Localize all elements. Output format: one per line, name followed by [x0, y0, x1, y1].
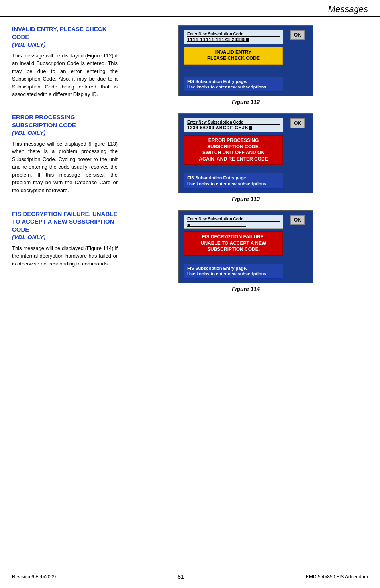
error-line4-113: AGAIN, AND RE-ENTER CODE	[188, 156, 278, 163]
fis-bar-114: FIS Subscription Entry page. Use knobs t…	[184, 264, 283, 279]
error-line1-114: FIS DECRYPTION FAILURE.	[188, 234, 278, 240]
fis-line2-113: Use knobs to enter new subscriptions.	[187, 181, 280, 187]
error-msg-112: INVALID ENTRY PLEASE CHECK CODE	[184, 47, 283, 65]
section-2-body: This message will be displayed (Figure 1…	[12, 140, 118, 195]
section-1-title: INVALID ENTRY, PLEASE CHECK CODE (VDL ON…	[12, 25, 118, 49]
screen-content-112: Enter New Subscription Code 1111 11111 1…	[184, 30, 288, 92]
ok-button-114[interactable]: OK	[290, 215, 305, 225]
device-screen-114: Enter New Subscription Code ■___ _____ _…	[178, 210, 313, 283]
device-screen-112: Enter New Subscription Code 1111 11111 1…	[178, 25, 313, 96]
fis-line2-112: Use knobs to enter new subscriptions.	[187, 84, 280, 90]
ok-button-113[interactable]: OK	[290, 118, 305, 128]
error-line2-113: SUBSCRIPTION CODE.	[188, 144, 278, 150]
entry-value-113: 1234 56789 ABCDF GHJK	[187, 125, 280, 130]
cursor-113	[249, 126, 252, 130]
ok-area-112: OK	[288, 30, 308, 40]
entry-box-114: Enter New Subscription Code ■___ _____ _…	[184, 215, 283, 229]
page-content: INVALID ENTRY, PLEASE CHECK CODE (VDL ON…	[0, 21, 380, 308]
page-header: Messages	[0, 0, 380, 17]
entry-box-112: Enter New Subscription Code 1111 11111 1…	[184, 30, 283, 44]
fis-bar-113: FIS Subscription Entry page. Use knobs t…	[184, 173, 283, 189]
entry-value-112: 1111 11111 11123 23335	[187, 37, 280, 42]
section-2-row: ERROR PROCESSING SUBSCRIPTION CODE (VDL …	[12, 113, 368, 206]
figure-label-112: Figure 112	[232, 99, 260, 105]
spacer-113	[184, 167, 288, 171]
section-2-text: ERROR PROCESSING SUBSCRIPTION CODE (VDL …	[12, 113, 123, 194]
fis-bar-112: FIS Subscription Entry page. Use knobs t…	[184, 77, 283, 92]
spacer-112	[184, 67, 288, 74]
figure-113-area: Enter New Subscription Code 1234 56789 A…	[123, 113, 368, 206]
figure-114-area: Enter New Subscription Code ■___ _____ _…	[123, 210, 368, 296]
section-1-body: This message will be displayed (Figure 1…	[12, 52, 118, 98]
device-screen-113: Enter New Subscription Code 1234 56789 A…	[178, 113, 313, 193]
ok-area-113: OK	[288, 118, 308, 128]
section-3-text: FIS DECRYPTION FAILURE. UNABLE TO ACCEPT…	[12, 210, 123, 268]
entry-label-113: Enter New Subscription Code	[187, 120, 280, 125]
section-3-vdl: (VDL ONLY)	[12, 234, 45, 240]
figure-label-114: Figure 114	[232, 286, 260, 292]
section-3-row: FIS DECRYPTION FAILURE. UNABLE TO ACCEPT…	[12, 210, 368, 296]
spacer-114	[184, 258, 288, 261]
error-line3-113: SWITCH UNIT OFF AND ON	[188, 150, 278, 156]
section-1-row: INVALID ENTRY, PLEASE CHECK CODE (VDL ON…	[12, 25, 368, 109]
error-line2-114: UNABLE TO ACCEPT A NEW	[188, 240, 278, 247]
footer-page-number: 81	[178, 574, 184, 580]
footer-product: KMD 550/850 FIS Addendum	[306, 574, 368, 580]
fis-line1-112: FIS Subscription Entry page.	[187, 79, 280, 84]
ok-area-114: OK	[288, 215, 308, 225]
screen-content-113: Enter New Subscription Code 1234 56789 A…	[184, 118, 288, 189]
fis-line2-114: Use knobs to enter new subscriptions.	[187, 271, 280, 277]
error-msg-114: FIS DECRYPTION FAILURE. UNABLE TO ACCEPT…	[184, 231, 283, 256]
section-2-vdl: (VDL ONLY)	[12, 129, 45, 136]
error-line2-112: PLEASE CHECK CODE	[188, 55, 278, 62]
screen-row-114: Enter New Subscription Code ■___ _____ _…	[184, 215, 308, 279]
section-1-text: INVALID ENTRY, PLEASE CHECK CODE (VDL ON…	[12, 25, 123, 98]
screen-row-113: Enter New Subscription Code 1234 56789 A…	[184, 118, 308, 189]
section-3-title: FIS DECRYPTION FAILURE. UNABLE TO ACCEPT…	[12, 210, 118, 241]
screen-content-114: Enter New Subscription Code ■___ _____ _…	[184, 215, 288, 279]
error-line1-113: ERROR PROCESSING	[188, 138, 278, 144]
screen-row-112: Enter New Subscription Code 1111 11111 1…	[184, 30, 308, 92]
header-title: Messages	[328, 4, 368, 14]
entry-value-114: ■___ _____ _____ _____	[187, 222, 280, 227]
section-3-body: This message will be displayed (Figure 1…	[12, 244, 118, 268]
error-line3-114: SUBSCRIPTION CODE.	[188, 246, 278, 253]
cursor-112	[246, 38, 249, 42]
error-line1-112: INVALID ENTRY	[188, 49, 278, 56]
ok-button-112[interactable]: OK	[290, 30, 305, 40]
entry-label-114: Enter New Subscription Code	[187, 217, 280, 222]
error-msg-113: ERROR PROCESSING SUBSCRIPTION CODE. SWIT…	[184, 135, 283, 165]
fis-line1-114: FIS Subscription Entry page.	[187, 265, 280, 271]
page-footer: Revision 6 Feb/2009 81 KMD 550/850 FIS A…	[0, 570, 380, 580]
entry-label-112: Enter New Subscription Code	[187, 32, 280, 37]
footer-revision: Revision 6 Feb/2009	[12, 574, 56, 580]
section-1-vdl: (VDL ONLY)	[12, 41, 45, 48]
figure-112-area: Enter New Subscription Code 1111 11111 1…	[123, 25, 368, 109]
section-2-title: ERROR PROCESSING SUBSCRIPTION CODE (VDL …	[12, 113, 118, 137]
entry-box-113: Enter New Subscription Code 1234 56789 A…	[184, 118, 283, 132]
figure-label-113: Figure 113	[232, 196, 260, 202]
fis-line1-113: FIS Subscription Entry page.	[187, 175, 280, 181]
